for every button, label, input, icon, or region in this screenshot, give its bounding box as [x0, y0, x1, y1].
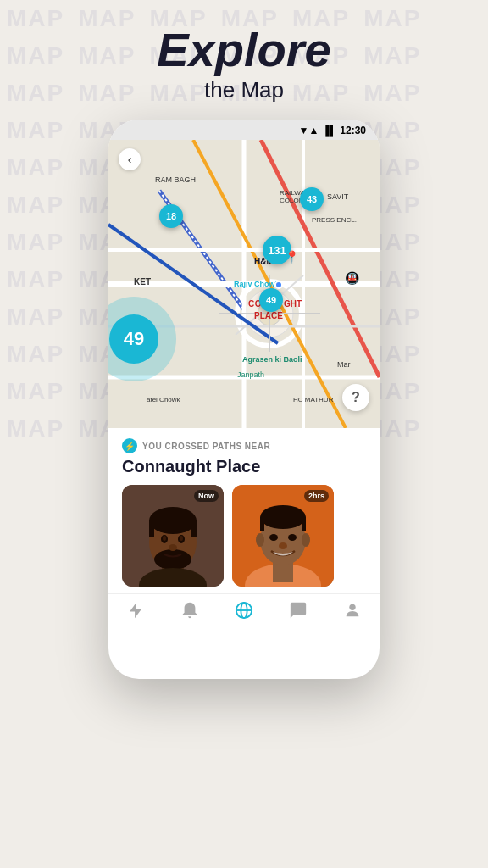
bolt-icon: ⚡ [122, 438, 137, 453]
crossed-label: YOU CROSSED PATHS NEAR [142, 442, 270, 451]
label-ket: KET [134, 277, 151, 287]
big-pin-49[interactable]: 49 [109, 314, 158, 364]
label-press: PRESS ENCL. [312, 216, 357, 224]
explore-title: Explore [157, 24, 330, 76]
crossed-paths-header: ⚡ YOU CROSSED PATHS NEAR [122, 438, 366, 453]
location-title: Connaught Place [122, 457, 366, 476]
svg-point-42 [256, 533, 264, 547]
svg-point-31 [180, 536, 183, 541]
time-badge-2: 2hrs [304, 490, 329, 502]
transit-icon: 🚇 [345, 271, 359, 285]
person-nav-icon [343, 601, 362, 620]
svg-point-44 [269, 534, 278, 541]
main-content: Explore the Map ▼▲ ▐▌ 12:30 [0, 0, 488, 868]
label-mar: Mar [337, 360, 351, 369]
status-bar: ▼▲ ▐▌ 12:30 [108, 120, 380, 140]
battery-icon: ▐▌ [322, 125, 336, 136]
label-ram-bagh: RAM BAGH [155, 175, 196, 184]
svg-point-43 [302, 533, 310, 547]
svg-rect-40 [260, 517, 264, 531]
svg-point-46 [279, 542, 287, 549]
status-icons: ▼▲ ▐▌ 12:30 [299, 125, 366, 136]
label-conn2: GHT [284, 299, 302, 309]
signal-icon: ▼▲ [299, 125, 319, 136]
svg-marker-47 [130, 603, 141, 618]
time-badge-1: Now [194, 490, 219, 502]
svg-rect-41 [302, 517, 306, 531]
label-hc: HC MATHUR [293, 396, 333, 403]
location-icon-hm: 📍 [285, 250, 299, 264]
svg-point-39 [260, 505, 306, 529]
profile-card-1[interactable]: Now [122, 485, 224, 587]
nav-item-globe[interactable] [235, 601, 253, 620]
bolt-nav-icon [126, 601, 145, 620]
bottom-nav [108, 593, 380, 625]
svg-point-32 [154, 549, 191, 570]
svg-point-51 [349, 604, 355, 610]
map-container[interactable]: RAM BAGH RAILWAYCOLONY SAVIT PRESS ENCL.… [108, 140, 380, 428]
label-savit: SAVIT [327, 192, 348, 201]
svg-rect-26 [149, 520, 154, 537]
bottom-panel: ⚡ YOU CROSSED PATHS NEAR Connaught Place [108, 428, 380, 593]
nav-item-chat[interactable] [289, 601, 308, 620]
svg-point-30 [163, 536, 166, 541]
profile-card-2[interactable]: 2hrs [232, 485, 334, 587]
nav-item-profile[interactable] [343, 601, 362, 620]
nav-item-bolt[interactable] [126, 601, 145, 620]
label-janpath: Janpath [237, 370, 264, 379]
phone-mockup: ▼▲ ▐▌ 12:30 [108, 120, 380, 679]
subtitle: the Map [157, 76, 330, 105]
status-time: 12:30 [340, 125, 366, 136]
label-rajiv: Rajiv Chowk [234, 280, 280, 288]
header: Explore the Map [157, 0, 330, 113]
svg-point-25 [149, 507, 197, 534]
label-atel: atel Chowk [147, 396, 180, 403]
profiles-row: Now [122, 485, 366, 587]
svg-rect-27 [191, 520, 197, 537]
chat-nav-icon [289, 601, 308, 620]
label-agrasen: Agrasen ki Baoli [242, 355, 302, 364]
svg-point-34 [169, 544, 177, 551]
nav-item-bell[interactable] [180, 601, 199, 620]
globe-nav-icon [235, 601, 253, 620]
svg-point-45 [288, 534, 297, 541]
label-place: PLACE [254, 311, 283, 320]
bell-nav-icon [180, 601, 199, 620]
